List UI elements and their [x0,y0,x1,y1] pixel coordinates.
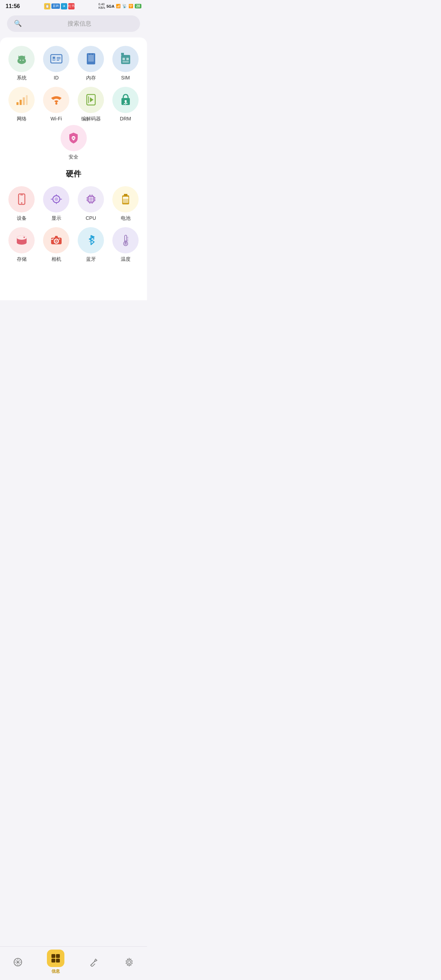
signal-type: 5GA [107,4,115,8]
svg-point-2 [20,60,21,61]
wifi-label: Wi-Fi [50,116,62,121]
security-row: 安全 [6,125,142,160]
svg-rect-22 [16,102,19,105]
codec-icon [86,94,96,106]
item-security[interactable]: 安全 [60,125,87,160]
svg-point-66 [59,239,60,240]
notification-icons: 📋 直聘 ✈ 红书 [44,3,75,10]
battery-indicator: 28 [135,4,142,8]
hardware-grid: 设备 显示 [6,186,142,262]
device-icon [18,193,25,205]
signal-bars-icon: 📶 [116,4,121,8]
storage-icon [16,235,28,245]
codec-icon-circle [78,87,104,113]
main-content: 系统 ID [0,37,147,300]
svg-point-12 [53,57,55,59]
battery-icon [121,193,130,205]
svg-rect-14 [88,55,94,62]
camera-icon-circle [43,227,69,253]
network-speed: 0.40KB/s [98,3,105,10]
svg-point-6 [18,56,25,60]
device-label: 设备 [17,215,27,221]
item-memory[interactable]: 内存 [75,46,107,81]
display-label: 显示 [51,215,61,221]
svg-point-61 [17,235,27,240]
svg-point-65 [55,240,57,242]
item-storage[interactable]: 存储 [6,227,37,262]
memory-label: 内存 [86,75,96,81]
search-bar[interactable]: 🔍 搜索信息 [7,15,140,32]
item-device[interactable]: 设备 [6,186,37,221]
system-icon-circle [8,46,35,72]
svg-rect-72 [125,240,126,244]
svg-rect-57 [123,199,129,203]
svg-rect-31 [125,102,126,103]
svg-rect-25 [26,95,28,105]
sim-label: SIM [121,75,130,81]
item-system[interactable]: 系统 [6,46,37,81]
device-icon-circle [8,186,35,212]
sim-icon [120,53,131,65]
network-icon-circle [8,87,35,113]
svg-rect-41 [89,197,93,201]
notif-icon-4: 红书 [68,3,75,10]
svg-rect-23 [20,100,22,105]
temp-icon-circle [112,227,139,253]
network-label: 网络 [17,116,27,122]
camera-icon [50,235,62,245]
status-icons: 0.40KB/s 5GA 📶 📡 🛜 28 [98,3,142,10]
display-icon [50,194,62,204]
temp-icon [123,234,129,247]
wifi-icon [50,94,63,105]
search-container: 🔍 搜索信息 [0,11,147,37]
item-cpu[interactable]: CPU [75,186,107,221]
drm-icon-circle [112,87,139,113]
svg-rect-34 [72,137,75,138]
battery-label: 电池 [121,215,131,221]
item-battery[interactable]: 电池 [110,186,142,221]
item-network[interactable]: 网络 [6,87,37,122]
svg-rect-16 [92,53,93,55]
svg-rect-17 [121,55,130,64]
item-codec[interactable]: 编解码器 [75,87,107,122]
id-label: ID [54,75,59,81]
svg-rect-33 [73,138,74,140]
display-icon-circle [43,186,69,212]
svg-point-62 [24,237,25,238]
item-sim[interactable]: SIM [110,46,142,81]
notif-icon-3: ✈ [61,3,67,10]
svg-rect-20 [126,58,129,60]
codec-label: 编解码器 [81,116,101,122]
bluetooth-label: 蓝牙 [86,256,96,262]
item-temp[interactable]: 温度 [110,227,142,262]
svg-rect-19 [123,58,125,60]
battery-icon-circle [112,186,139,212]
camera-label: 相机 [51,256,61,262]
security-label: 安全 [68,154,78,160]
security-icon-circle [60,125,87,151]
item-id[interactable]: ID [40,46,72,81]
memory-icon-circle [78,46,104,72]
svg-point-3 [22,60,24,61]
status-time: 11:56 [6,3,20,10]
cpu-icon-circle [78,186,104,212]
search-icon: 🔍 [14,20,22,27]
item-drm[interactable]: DRM [110,87,142,122]
item-bluetooth[interactable]: 蓝牙 [75,227,107,262]
bluetooth-icon-circle [78,227,104,253]
svg-rect-55 [124,194,127,196]
item-wifi[interactable]: Wi-Fi [40,87,72,122]
status-bar: 11:56 📋 直聘 ✈ 红书 0.40KB/s 5GA 📶 📡 🛜 28 [0,0,147,11]
svg-point-36 [21,202,22,204]
svg-point-39 [54,197,58,201]
temp-label: 温度 [121,256,131,262]
svg-rect-24 [23,97,25,105]
item-camera[interactable]: 相机 [40,227,72,262]
svg-point-26 [55,103,57,105]
item-display[interactable]: 显示 [40,186,72,221]
hardware-section-title: 硬件 [6,169,142,179]
svg-rect-15 [89,53,90,55]
cpu-label: CPU [86,215,96,221]
cpu-icon [85,194,97,205]
id-icon-circle [43,46,69,72]
